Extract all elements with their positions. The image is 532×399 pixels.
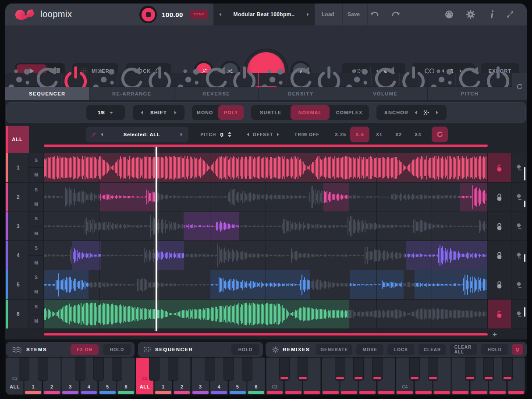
refresh-icon[interactable] <box>287 73 315 86</box>
black-key[interactable] <box>149 357 160 381</box>
black-key[interactable] <box>168 357 178 381</box>
black-key[interactable] <box>353 357 364 381</box>
lock-button[interactable] <box>488 270 511 299</box>
select-next-icon[interactable] <box>180 132 183 137</box>
black-key[interactable] <box>75 357 85 381</box>
select-all-cell[interactable]: ALL <box>6 126 29 153</box>
tab-volume[interactable]: VOLUME <box>343 73 427 100</box>
loop-progress-bar-bottom[interactable] <box>44 333 488 335</box>
select-prev-icon[interactable] <box>100 132 103 137</box>
waveform-lane[interactable] <box>44 183 488 212</box>
tab-reverse[interactable]: REVERSE <box>174 73 259 100</box>
refresh-icon[interactable] <box>372 73 400 86</box>
black-key[interactable] <box>223 357 234 381</box>
mute-button[interactable]: M <box>29 226 43 240</box>
dice-icon[interactable] <box>91 132 96 137</box>
load-button[interactable]: Load <box>322 11 334 18</box>
remix-move-button[interactable]: MOVE <box>356 344 383 355</box>
black-key[interactable] <box>242 357 252 381</box>
quantize-button[interactable]: Q <box>512 344 523 355</box>
black-key[interactable] <box>372 357 383 381</box>
tab-re-arrange[interactable]: RE-ARRANGE <box>90 73 174 100</box>
loop-progress-bar-top[interactable] <box>44 145 488 147</box>
stop-button[interactable] <box>139 6 157 23</box>
power-icon[interactable] <box>146 73 174 86</box>
mute-button[interactable]: M <box>29 168 43 182</box>
lock-button[interactable] <box>488 212 511 241</box>
refresh-icon[interactable] <box>456 73 484 86</box>
pitch-stepper-icon[interactable] <box>227 131 232 138</box>
scroll-mark[interactable] <box>524 307 525 317</box>
tab-density[interactable]: DENSITY <box>259 73 343 100</box>
dice-icon[interactable] <box>428 73 456 86</box>
option-x5[interactable]: X.5 <box>350 127 369 142</box>
black-key[interactable] <box>502 357 513 381</box>
solo-button[interactable]: S <box>29 270 43 285</box>
offset-right-icon[interactable] <box>277 132 280 137</box>
option-x1[interactable]: X1 <box>369 127 389 142</box>
mute-button[interactable]: M <box>29 285 43 299</box>
black-key[interactable] <box>38 357 48 381</box>
power-icon[interactable] <box>400 73 427 86</box>
refresh-icon[interactable] <box>33 73 61 86</box>
fx-on-button[interactable]: FX ON <box>71 344 99 355</box>
dice-icon[interactable] <box>174 73 202 86</box>
black-key[interactable] <box>465 357 475 381</box>
lock-button[interactable] <box>488 300 511 328</box>
sequencer-hold-button[interactable]: HOLD <box>231 344 259 355</box>
dice-icon[interactable] <box>5 73 33 86</box>
solo-button[interactable]: S <box>29 153 43 168</box>
dice-icon[interactable] <box>90 73 118 86</box>
midi-icon[interactable] <box>445 10 454 19</box>
refresh-icon[interactable] <box>118 73 146 86</box>
lock-button[interactable] <box>488 241 511 270</box>
waveform-lane[interactable] <box>44 241 488 270</box>
info-icon[interactable] <box>488 10 497 19</box>
black-key[interactable] <box>279 357 290 381</box>
settings-gear-icon[interactable] <box>466 10 475 19</box>
remix-lock-button[interactable]: LOCK <box>387 344 415 355</box>
erase-button[interactable] <box>511 270 527 299</box>
power-icon[interactable] <box>231 73 258 86</box>
mute-button[interactable]: M <box>29 197 43 211</box>
remix-hold-button[interactable]: HOLD <box>481 344 508 355</box>
dice-icon[interactable] <box>259 73 287 86</box>
resize-icon[interactable] <box>507 11 514 18</box>
scroll-mark[interactable] <box>524 201 525 207</box>
lock-button[interactable] <box>488 183 511 212</box>
scroll-mark[interactable] <box>524 254 525 262</box>
dice-icon[interactable] <box>343 73 371 86</box>
sync-button[interactable]: SYNC <box>190 10 208 19</box>
black-key[interactable] <box>112 357 122 381</box>
preset-next-icon[interactable] <box>306 12 309 17</box>
mute-button[interactable]: M <box>29 314 43 328</box>
waveform-lane[interactable] <box>44 212 488 241</box>
power-icon[interactable] <box>315 73 343 86</box>
power-icon[interactable] <box>62 73 89 86</box>
offset-left-icon[interactable] <box>246 132 249 137</box>
solo-button[interactable]: S <box>29 183 43 197</box>
black-key[interactable] <box>205 357 215 381</box>
black-key[interactable] <box>335 357 345 381</box>
black-key[interactable] <box>428 357 438 381</box>
refresh-icon[interactable] <box>202 73 231 86</box>
scroll-mark[interactable] <box>524 167 525 180</box>
black-key[interactable] <box>483 357 494 381</box>
bpm-value[interactable]: 100.00 <box>162 11 183 18</box>
remix-generate-button[interactable]: GENERATE <box>316 344 352 355</box>
option-x25[interactable]: X.25 <box>331 127 350 142</box>
undo-icon[interactable] <box>370 11 379 18</box>
option-x2[interactable]: X2 <box>389 127 408 142</box>
solo-button[interactable]: S <box>29 241 43 255</box>
stems-hold-button[interactable]: HOLD <box>103 344 131 355</box>
preset-name[interactable]: Modular Beat 100bpm.. <box>222 11 306 18</box>
waveform-lane[interactable] <box>44 300 488 328</box>
black-key[interactable] <box>93 357 104 381</box>
tab-pitch[interactable]: PITCH <box>428 73 512 100</box>
redo-icon[interactable] <box>391 11 400 18</box>
remix-clear-all-button[interactable]: CLEAR ALL <box>450 344 477 355</box>
black-key[interactable] <box>298 357 308 381</box>
mute-button[interactable]: M <box>29 256 43 270</box>
lock-button[interactable] <box>488 153 511 182</box>
preset-prev-icon[interactable] <box>219 12 222 17</box>
